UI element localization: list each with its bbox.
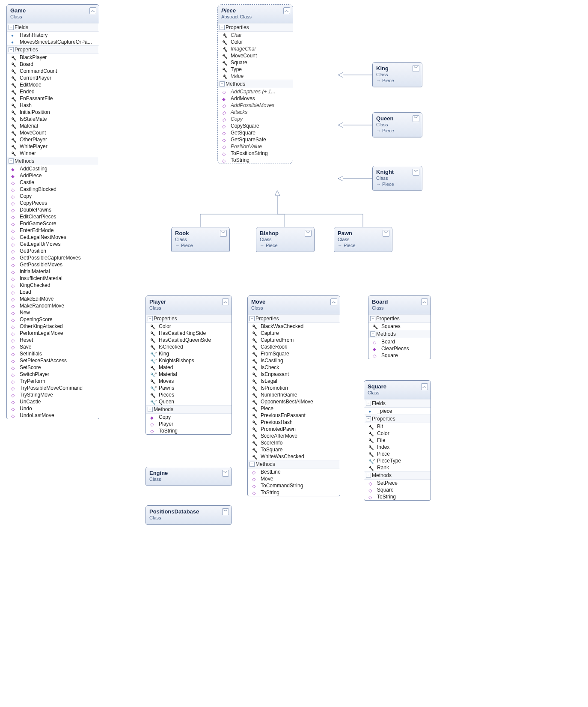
collapse-icon[interactable]: ︽ — [421, 298, 428, 305]
meth-icon — [11, 262, 17, 268]
collapse-icon[interactable]: ︽ — [330, 298, 337, 305]
member-item: Copy — [7, 193, 99, 200]
section-methods[interactable]: −Methods — [7, 157, 99, 165]
expand-icon[interactable]: ︾ — [413, 169, 419, 176]
section-fields[interactable]: −Fields — [364, 399, 431, 408]
class-title: Move — [251, 298, 336, 305]
member-item: Capture — [248, 330, 340, 337]
class-engine[interactable]: ︾ Engine Class — [146, 467, 232, 486]
prop-icon — [150, 331, 156, 337]
prop-icon — [252, 413, 258, 419]
section-methods[interactable]: −Methods — [218, 80, 293, 88]
prop-icon — [252, 365, 258, 371]
prop-icon — [368, 465, 374, 471]
meth-icon — [11, 194, 17, 200]
member-item: Pawns — [146, 385, 232, 391]
class-bishop[interactable]: ︾ Bishop Class Piece — [256, 227, 315, 252]
member-item: KnightsBishops — [146, 357, 232, 364]
meth-icon — [11, 331, 17, 337]
meth-icon — [150, 421, 156, 427]
member-item: HasCastledQueenSide — [146, 337, 232, 343]
member-item: ToString — [364, 493, 431, 500]
section-properties[interactable]: −Properties — [218, 23, 293, 32]
meth-icon — [11, 399, 17, 405]
member-item: UnCastle — [7, 398, 99, 405]
meth-icon — [368, 487, 374, 493]
member-item: Material — [7, 122, 99, 129]
member-item: ClearPieces — [368, 345, 431, 352]
prop-icon — [368, 431, 374, 437]
collapse-icon[interactable]: ︽ — [89, 7, 96, 14]
prop-ext-icon — [150, 351, 156, 357]
prop-icon — [252, 433, 258, 439]
member-item: PreviousHash — [248, 419, 340, 426]
class-board[interactable]: ︽ Board Class −Properties Squares −Metho… — [368, 295, 431, 359]
inherits-label: Piece — [376, 78, 419, 83]
expand-icon[interactable]: ︾ — [222, 470, 229, 477]
class-square[interactable]: ︽ Square Class −Fields _piece −Propertie… — [364, 380, 431, 501]
class-pawn[interactable]: ︾ Pawn Class Piece — [334, 227, 392, 252]
member-item: PreviousEnPassant — [248, 412, 340, 419]
prop-icon — [150, 379, 156, 385]
prop-icon — [252, 379, 258, 385]
member-item: Bit — [364, 423, 431, 430]
class-title: PositionsDatabase — [149, 508, 228, 515]
prop-icon — [11, 62, 17, 68]
member-item: ToString — [248, 489, 340, 496]
section-properties[interactable]: −Properties — [368, 314, 431, 323]
section-methods[interactable]: −Methods — [146, 405, 232, 414]
collapse-icon[interactable]: ︽ — [421, 383, 428, 390]
prop-icon — [11, 69, 17, 75]
meth-icon — [11, 379, 17, 385]
section-properties[interactable]: −Properties — [248, 314, 340, 323]
section-properties[interactable]: −Properties — [364, 415, 431, 423]
member-item: Char — [218, 32, 293, 39]
section-methods[interactable]: −Methods — [248, 460, 340, 468]
prop-icon — [222, 60, 228, 66]
prop-icon — [252, 337, 258, 343]
member-item: ScoreAfterMove — [248, 433, 340, 439]
member-item: GetPosition — [7, 248, 99, 254]
prop-icon — [252, 351, 258, 357]
meth-s-icon — [11, 166, 17, 172]
prop-icon — [11, 96, 17, 102]
meth-icon — [11, 317, 17, 323]
section-properties[interactable]: −Properties — [7, 45, 99, 54]
meth-icon — [11, 351, 17, 357]
class-king[interactable]: ︾ King Class Piece — [372, 62, 422, 87]
member-item: CopySquare — [218, 122, 293, 129]
class-game[interactable]: ︽ Game Class −Fields HashHistoryMovesSin… — [6, 4, 99, 419]
member-item: Square — [218, 59, 293, 66]
member-item: ImageChar — [218, 45, 293, 52]
class-rook[interactable]: ︾ Rook Class Piece — [171, 227, 230, 252]
class-title: Engine — [149, 470, 228, 476]
member-item: CastleRook — [248, 343, 340, 350]
class-move[interactable]: ︽ Move Class −Properties BlackWasChecked… — [247, 295, 340, 496]
expand-icon[interactable]: ︾ — [413, 65, 419, 72]
prop-icon — [368, 444, 374, 450]
prop-icon — [222, 67, 228, 73]
section-methods[interactable]: −Methods — [364, 471, 431, 480]
meth-icon — [222, 144, 228, 150]
class-knight[interactable]: ︾ Knight Class Piece — [372, 166, 422, 191]
section-methods[interactable]: −Methods — [368, 330, 431, 338]
meth-icon — [11, 207, 17, 213]
expand-icon[interactable]: ︾ — [222, 508, 229, 515]
class-queen[interactable]: ︾ Queen Class Piece — [372, 112, 422, 137]
class-player[interactable]: ︽ Player Class −Properties ColorHasCastl… — [146, 295, 232, 435]
class-positionsdatabase[interactable]: ︾ PositionsDatabase Class — [146, 505, 232, 525]
expand-icon[interactable]: ︾ — [413, 115, 419, 122]
class-piece[interactable]: ︽ Piece Abstract Class −Properties CharC… — [217, 4, 293, 164]
member-item: FromSquare — [248, 350, 340, 357]
expand-icon[interactable]: ︾ — [305, 230, 312, 237]
section-properties[interactable]: −Properties — [146, 314, 232, 323]
collapse-icon[interactable]: ︽ — [222, 298, 229, 305]
meth-icon — [11, 296, 17, 302]
member-item: CopyPieces — [7, 200, 99, 206]
expand-icon[interactable]: ︾ — [220, 230, 227, 237]
section-fields[interactable]: −Fields — [7, 23, 99, 32]
expand-icon[interactable]: ︾ — [383, 230, 389, 237]
meth-icon — [11, 255, 17, 261]
collapse-icon[interactable]: ︽ — [283, 7, 290, 14]
prop-icon — [252, 447, 258, 453]
